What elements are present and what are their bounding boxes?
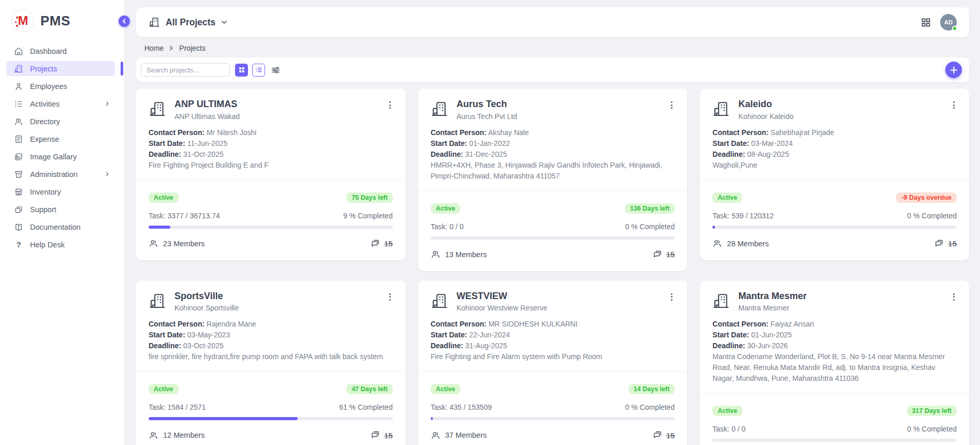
main-content: All Projects AD Home Projects — [125, 0, 980, 445]
projects-grid: ANP ULTIMAS ANP Ultimas Wakad Contact Pe… — [136, 88, 969, 445]
chat-link[interactable]: 15 — [370, 430, 393, 440]
start-date-label: Start Date: — [712, 331, 749, 339]
sidebar-item-label: Administration — [30, 170, 78, 179]
kebab-menu-icon[interactable] — [669, 291, 675, 303]
contact-value: Akshay Nale — [488, 128, 529, 137]
start-date-value: 22-Jun-2024 — [469, 331, 510, 339]
sidebar-nav: Dashboard Projects Employees Activities … — [0, 39, 124, 252]
filter-sliders-icon[interactable] — [270, 64, 282, 76]
sidebar-collapse-button[interactable] — [119, 16, 130, 27]
sidebar-item-employees[interactable]: Employees — [6, 79, 115, 94]
chat-link[interactable]: 15 — [652, 249, 675, 260]
user-avatar[interactable]: AD — [940, 14, 957, 31]
contact-value: Sahebhajrat Pirjade — [770, 128, 834, 137]
projects-filter-dropdown[interactable]: All Projects — [149, 17, 227, 28]
project-description: Fire Fighting Project Building E and F — [149, 160, 393, 171]
archive-icon — [14, 170, 23, 179]
days-badge: 75 Days left — [346, 192, 392, 203]
project-info: Contact Person: Akshay Nale Start Date: … — [431, 127, 675, 182]
days-badge: 14 Days left — [628, 384, 675, 394]
sidebar-item-inventory[interactable]: Inventory — [6, 184, 115, 199]
grid-view-button[interactable] — [235, 64, 248, 77]
progress-fill — [712, 226, 715, 229]
project-title: WESTVIEW — [457, 291, 548, 302]
card-divider — [136, 180, 405, 180]
sidebar-item-documentation[interactable]: Documentation — [6, 219, 115, 234]
sidebar-item-administration[interactable]: Administration — [6, 167, 115, 182]
project-subtitle: Kohinoor Westview Reserve — [457, 304, 548, 312]
card-divider — [700, 393, 969, 393]
kebab-menu-icon[interactable] — [669, 99, 675, 111]
project-card[interactable]: ANP ULTIMAS ANP Ultimas Wakad Contact Pe… — [136, 88, 405, 260]
kebab-menu-icon[interactable] — [951, 99, 957, 111]
contact-value: Rajendra Mane — [207, 320, 256, 328]
project-card[interactable]: SportsVille Kohinoor Sportsville Contact… — [136, 280, 405, 445]
kebab-menu-icon[interactable] — [951, 291, 957, 303]
start-date-label: Start Date: — [149, 139, 185, 147]
start-date-value: 01-Jan-2022 — [469, 139, 510, 147]
sidebar-item-label: Image Gallary — [30, 153, 77, 161]
sidebar-item-support[interactable]: Support — [6, 202, 115, 217]
project-card[interactable]: Mantra Mesmer Mantra Mesmer Contact Pers… — [700, 280, 969, 445]
status-badge: Active — [431, 203, 461, 214]
deadline-value: 31-Dec-2025 — [465, 150, 507, 158]
chevron-right-icon — [105, 101, 110, 106]
contact-label: Contact Person: — [431, 320, 487, 328]
apps-grid-icon[interactable] — [920, 17, 932, 28]
start-date-label: Start Date: — [431, 331, 467, 339]
status-badge: Active — [149, 192, 179, 203]
completed-percent: 0 % Completed — [625, 403, 675, 411]
sidebar-item-image-gallery[interactable]: Image Gallary — [6, 149, 115, 164]
chat-link[interactable]: 15 — [652, 430, 675, 440]
deadline-value: 03-Oct-2025 — [183, 342, 224, 350]
brand-logo[interactable]: M PMS — [0, 0, 124, 39]
contact-label: Contact Person: — [431, 128, 487, 137]
sidebar-item-dashboard[interactable]: Dashboard — [6, 43, 115, 58]
users-icon — [712, 239, 722, 248]
page-title: All Projects — [166, 17, 215, 28]
project-card[interactable]: WESTVIEW Kohinoor Westview Reserve Conta… — [418, 280, 688, 445]
brand-name: PMS — [40, 13, 70, 29]
users-icon — [431, 431, 441, 440]
add-project-button[interactable] — [945, 62, 962, 78]
chat-count: 15 — [666, 431, 675, 440]
avatar-initials: AD — [944, 19, 953, 25]
sidebar-item-activities[interactable]: Activities — [6, 96, 115, 111]
task-count: Task: 435 / 153509 — [431, 403, 492, 411]
list-view-icon — [255, 66, 262, 73]
search-input[interactable] — [141, 63, 230, 77]
chevron-left-icon — [122, 19, 127, 24]
project-card[interactable]: Kaleido Kohinoor Kaleido Contact Person:… — [700, 88, 969, 260]
chevron-down-icon — [221, 19, 227, 25]
kebab-menu-icon[interactable] — [387, 291, 393, 303]
completed-percent: 9 % Completed — [343, 212, 393, 220]
chat-icon — [370, 430, 381, 440]
project-card[interactable]: Aurus Tech Aurus Tech Pvt Ltd Contact Pe… — [418, 88, 688, 271]
users-icon — [149, 239, 158, 248]
chat-count: 15 — [384, 431, 393, 440]
sidebar-item-help-desk[interactable]: ? Help Desk — [6, 237, 115, 252]
members-count: 13 Members — [445, 250, 487, 259]
sidebar-item-projects[interactable]: Projects — [6, 61, 115, 76]
chat-link[interactable]: 15 — [370, 239, 393, 249]
deadline-value: 08-Aug-2025 — [747, 150, 789, 158]
sidebar: M PMS Dashboard Projects Employees Activ… — [0, 0, 125, 445]
building-icon — [431, 292, 448, 310]
chat-icon — [652, 430, 663, 440]
kebab-menu-icon[interactable] — [387, 99, 393, 111]
list-view-button[interactable] — [252, 64, 265, 77]
members-row: 37 Members — [431, 431, 487, 440]
status-badge: Active — [712, 192, 742, 203]
chat-link[interactable]: 15 — [934, 239, 957, 249]
sidebar-item-expense[interactable]: Expense — [6, 131, 115, 146]
members-count: 28 Members — [727, 240, 769, 248]
building-icon — [149, 100, 166, 118]
sidebar-item-label: Dashboard — [30, 47, 67, 55]
members-row: 23 Members — [149, 239, 205, 248]
sidebar-item-label: Inventory — [30, 188, 61, 196]
breadcrumb-home[interactable]: Home — [144, 44, 164, 52]
sidebar-item-directory[interactable]: Directory — [6, 114, 115, 129]
status-badge: Active — [431, 384, 461, 394]
deadline-value: 31-Oct-2025 — [183, 150, 224, 158]
project-title: SportsVille — [174, 291, 239, 302]
